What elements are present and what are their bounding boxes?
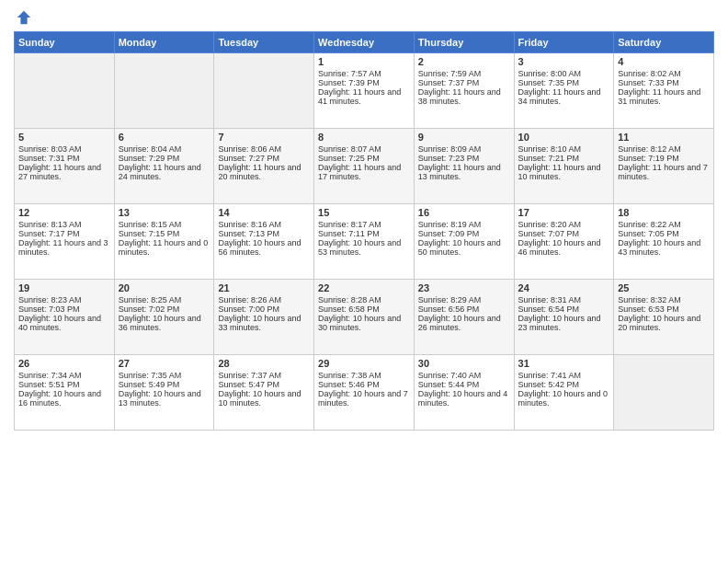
cell-text: Sunset: 7:35 PM	[518, 78, 610, 87]
cell-text: Daylight: 11 hours and 17 minutes.	[318, 163, 410, 181]
cell-text: Sunset: 6:56 PM	[418, 304, 510, 314]
calendar-cell: 2Sunrise: 7:59 AMSunset: 7:37 PMDaylight…	[414, 53, 514, 129]
days-header-row: SundayMondayTuesdayWednesdayThursdayFrid…	[15, 32, 714, 53]
week-row-5: 26Sunrise: 7:34 AMSunset: 5:51 PMDayligh…	[15, 355, 714, 431]
cell-text: Sunrise: 8:23 AM	[18, 295, 110, 304]
week-row-1: 1Sunrise: 7:57 AMSunset: 7:39 PMDaylight…	[15, 53, 714, 129]
calendar-cell: 22Sunrise: 8:28 AMSunset: 6:58 PMDayligh…	[314, 280, 415, 355]
calendar-cell: 29Sunrise: 7:38 AMSunset: 5:46 PMDayligh…	[314, 355, 415, 431]
cell-text: Sunset: 7:39 PM	[318, 78, 410, 87]
calendar-cell: 27Sunrise: 7:35 AMSunset: 5:49 PMDayligh…	[114, 355, 214, 431]
cell-text: Daylight: 10 hours and 40 minutes.	[18, 314, 110, 332]
cell-text: Daylight: 11 hours and 0 minutes.	[119, 238, 210, 257]
cell-text: Sunset: 5:46 PM	[318, 380, 410, 389]
cell-text: Daylight: 10 hours and 36 minutes.	[119, 314, 210, 332]
cell-text: Sunset: 7:09 PM	[418, 229, 510, 238]
day-number: 4	[618, 56, 710, 67]
cell-text: Daylight: 11 hours and 31 minutes.	[618, 87, 710, 106]
cell-text: Daylight: 11 hours and 20 minutes.	[218, 163, 310, 181]
calendar-cell: 12Sunrise: 8:13 AMSunset: 7:17 PMDayligh…	[15, 204, 115, 280]
day-number: 11	[618, 132, 710, 143]
cell-text: Sunset: 7:19 PM	[618, 154, 710, 163]
cell-text: Sunset: 5:47 PM	[218, 380, 310, 389]
calendar-cell	[114, 53, 214, 129]
cell-text: Daylight: 10 hours and 33 minutes.	[218, 314, 310, 332]
calendar-cell: 5Sunrise: 8:03 AMSunset: 7:31 PMDaylight…	[15, 129, 115, 204]
cell-text: Sunrise: 8:10 AM	[518, 144, 610, 154]
calendar-cell: 20Sunrise: 8:25 AMSunset: 7:02 PMDayligh…	[114, 280, 214, 355]
cell-text: Sunset: 7:13 PM	[218, 229, 310, 238]
cell-text: Sunrise: 8:04 AM	[119, 144, 210, 154]
day-number: 8	[318, 132, 410, 143]
day-header-tuesday: Tuesday	[214, 32, 314, 53]
day-header-sunday: Sunday	[15, 32, 115, 53]
calendar-table: SundayMondayTuesdayWednesdayThursdayFrid…	[14, 31, 714, 431]
calendar-cell: 11Sunrise: 8:12 AMSunset: 7:19 PMDayligh…	[614, 129, 714, 204]
calendar-cell: 13Sunrise: 8:15 AMSunset: 7:15 PMDayligh…	[114, 204, 214, 280]
day-number: 19	[18, 282, 110, 293]
logo-icon	[16, 9, 32, 26]
cell-text: Daylight: 10 hours and 0 minutes.	[518, 389, 610, 408]
calendar-cell: 7Sunrise: 8:06 AMSunset: 7:27 PMDaylight…	[214, 129, 314, 204]
day-number: 1	[318, 56, 410, 67]
day-number: 30	[418, 358, 510, 369]
cell-text: Sunset: 7:05 PM	[618, 229, 710, 238]
calendar-cell: 6Sunrise: 8:04 AMSunset: 7:29 PMDaylight…	[114, 129, 214, 204]
cell-text: Sunrise: 8:06 AM	[218, 144, 310, 154]
cell-text: Sunrise: 8:09 AM	[418, 144, 510, 154]
cell-text: Daylight: 10 hours and 10 minutes.	[218, 389, 310, 408]
cell-text: Sunset: 5:51 PM	[18, 380, 110, 389]
cell-text: Daylight: 10 hours and 7 minutes.	[318, 389, 410, 408]
day-number: 16	[418, 207, 510, 218]
week-row-3: 12Sunrise: 8:13 AMSunset: 7:17 PMDayligh…	[15, 204, 714, 280]
cell-text: Sunrise: 8:15 AM	[119, 220, 210, 229]
cell-text: Sunrise: 7:59 AM	[418, 69, 510, 78]
cell-text: Sunset: 7:00 PM	[218, 304, 310, 314]
week-row-2: 5Sunrise: 8:03 AMSunset: 7:31 PMDaylight…	[15, 129, 714, 204]
calendar-cell: 10Sunrise: 8:10 AMSunset: 7:21 PMDayligh…	[514, 129, 614, 204]
day-number: 9	[418, 132, 510, 143]
cell-text: Sunset: 7:02 PM	[119, 304, 210, 314]
cell-text: Sunset: 7:29 PM	[119, 154, 210, 163]
day-header-monday: Monday	[114, 32, 214, 53]
cell-text: Sunset: 5:49 PM	[119, 380, 210, 389]
day-number: 29	[318, 358, 410, 369]
calendar-container: SundayMondayTuesdayWednesdayThursdayFrid…	[0, 0, 728, 440]
day-number: 13	[119, 207, 210, 218]
cell-text: Daylight: 10 hours and 26 minutes.	[418, 314, 510, 332]
cell-text: Sunset: 5:44 PM	[418, 380, 510, 389]
cell-text: Sunrise: 8:12 AM	[618, 144, 710, 154]
cell-text: Sunset: 7:31 PM	[18, 154, 110, 163]
day-number: 24	[518, 282, 610, 293]
cell-text: Sunset: 6:53 PM	[618, 304, 710, 314]
cell-text: Sunset: 7:17 PM	[18, 229, 110, 238]
day-number: 22	[318, 282, 410, 293]
cell-text: Sunrise: 8:19 AM	[418, 220, 510, 229]
calendar-cell: 9Sunrise: 8:09 AMSunset: 7:23 PMDaylight…	[414, 129, 514, 204]
day-header-friday: Friday	[514, 32, 614, 53]
cell-text: Sunrise: 8:25 AM	[119, 295, 210, 304]
cell-text: Sunset: 7:21 PM	[518, 154, 610, 163]
cell-text: Daylight: 10 hours and 43 minutes.	[618, 238, 710, 257]
cell-text: Sunset: 7:07 PM	[518, 229, 610, 238]
calendar-cell: 18Sunrise: 8:22 AMSunset: 7:05 PMDayligh…	[614, 204, 714, 280]
cell-text: Sunrise: 8:00 AM	[518, 69, 610, 78]
calendar-cell: 3Sunrise: 8:00 AMSunset: 7:35 PMDaylight…	[514, 53, 614, 129]
calendar-cell: 24Sunrise: 8:31 AMSunset: 6:54 PMDayligh…	[514, 280, 614, 355]
day-number: 27	[119, 358, 210, 369]
cell-text: Sunset: 7:27 PM	[218, 154, 310, 163]
day-number: 2	[418, 56, 510, 67]
calendar-cell: 17Sunrise: 8:20 AMSunset: 7:07 PMDayligh…	[514, 204, 614, 280]
cell-text: Daylight: 10 hours and 46 minutes.	[518, 238, 610, 257]
cell-text: Daylight: 10 hours and 13 minutes.	[119, 389, 210, 408]
cell-text: Daylight: 11 hours and 10 minutes.	[518, 163, 610, 181]
calendar-cell: 14Sunrise: 8:16 AMSunset: 7:13 PMDayligh…	[214, 204, 314, 280]
calendar-cell	[214, 53, 314, 129]
calendar-cell: 8Sunrise: 8:07 AMSunset: 7:25 PMDaylight…	[314, 129, 415, 204]
cell-text: Sunrise: 8:20 AM	[518, 220, 610, 229]
week-row-4: 19Sunrise: 8:23 AMSunset: 7:03 PMDayligh…	[15, 280, 714, 355]
calendar-cell: 19Sunrise: 8:23 AMSunset: 7:03 PMDayligh…	[15, 280, 115, 355]
cell-text: Sunrise: 7:57 AM	[318, 69, 410, 78]
cell-text: Daylight: 10 hours and 56 minutes.	[218, 238, 310, 257]
calendar-cell: 26Sunrise: 7:34 AMSunset: 5:51 PMDayligh…	[15, 355, 115, 431]
